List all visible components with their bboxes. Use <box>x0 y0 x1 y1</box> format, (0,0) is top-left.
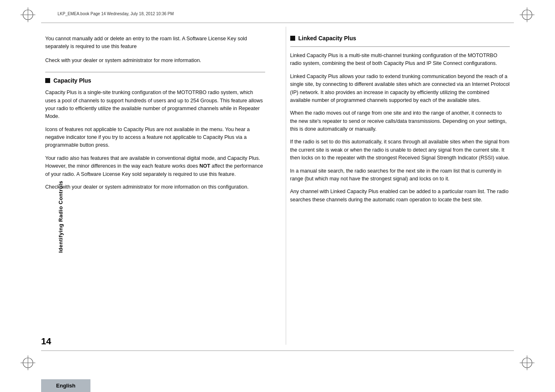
capacity-plus-divider <box>45 72 265 72</box>
capacity-plus-para-2: Icons of features not applicable to Capa… <box>45 126 265 150</box>
bottom-rule <box>41 350 514 351</box>
not-bold: NOT <box>199 163 210 169</box>
lcp-para-5: In a manual site search, the radio searc… <box>290 167 510 183</box>
lcp-para-4: If the radio is set to do this automatic… <box>290 138 510 162</box>
capacity-plus-icon <box>45 78 50 83</box>
page-container: LKP_EMEA.book Page 14 Wednesday, July 18… <box>0 0 555 392</box>
lcp-para-6: Any channel with Linked Capacity Plus en… <box>290 188 510 204</box>
capacity-plus-para-3: Your radio also has features that are av… <box>45 154 265 178</box>
capacity-plus-para-4: Check with your dealer or system adminis… <box>45 183 265 191</box>
intro-para-1: You cannot manually add or delete an ent… <box>45 35 265 51</box>
lcp-icon <box>290 36 295 41</box>
corner-crosshair-tr <box>520 7 534 23</box>
corner-crosshair-bl <box>21 355 35 371</box>
capacity-plus-heading: Capacity Plus <box>45 77 265 84</box>
lcp-divider <box>290 46 510 47</box>
capacity-plus-title: Capacity Plus <box>53 77 91 84</box>
lcp-heading: Linked Capacity Plus <box>290 35 510 42</box>
file-info-text: LKP_EMEA.book Page 14 Wednesday, July 18… <box>58 12 174 16</box>
corner-crosshair-tl <box>21 7 35 23</box>
capacity-plus-para-1: Capacity Plus is a single-site trunking … <box>45 89 265 121</box>
main-content-area: You cannot manually add or delete an ent… <box>45 27 510 345</box>
corner-crosshair-br <box>520 355 534 371</box>
top-rule <box>41 23 514 23</box>
right-column: Linked Capacity Plus Linked Capacity Plu… <box>286 27 510 345</box>
english-tab[interactable]: English <box>41 379 90 392</box>
lcp-para-3: When the radio moves out of range from o… <box>290 109 510 133</box>
lcp-para-1: Linked Capacity Plus is a multi-site mul… <box>290 52 510 68</box>
lcp-para-2: Linked Capacity Plus allows your radio t… <box>290 73 510 105</box>
left-column: You cannot manually add or delete an ent… <box>45 27 269 345</box>
file-info: LKP_EMEA.book Page 14 Wednesday, July 18… <box>58 12 174 16</box>
intro-para-2: Check with your dealer or system adminis… <box>45 57 265 65</box>
english-tab-label: English <box>56 383 76 389</box>
lcp-title: Linked Capacity Plus <box>298 35 356 42</box>
